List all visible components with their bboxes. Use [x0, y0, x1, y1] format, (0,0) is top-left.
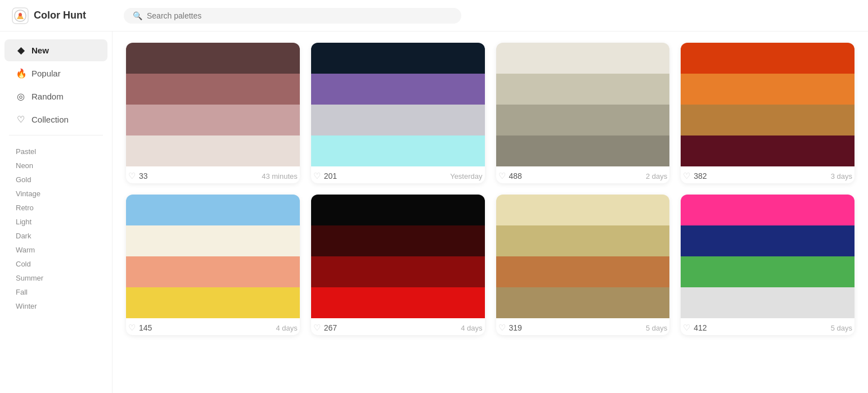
color-strip: [311, 287, 485, 318]
color-strip: [126, 195, 300, 225]
tag-retro[interactable]: Retro: [0, 201, 112, 215]
search-input[interactable]: [147, 11, 452, 20]
collection-icon: ♡: [16, 114, 26, 125]
color-strip: [496, 225, 670, 256]
search-icon: 🔍: [133, 11, 142, 20]
color-strip: [496, 287, 670, 318]
color-strip: [496, 195, 670, 225]
sidebar-item-label: Random: [32, 92, 64, 101]
sidebar-item-label: Popular: [32, 69, 61, 78]
like-count: 33: [139, 171, 148, 180]
palette-footer: ♡ 267 4 days: [311, 318, 485, 335]
logo-icon: [11, 7, 29, 25]
color-strip: [311, 256, 485, 287]
heart-icon[interactable]: ♡: [313, 323, 321, 333]
color-strip: [126, 225, 300, 256]
palette-card[interactable]: ♡ 33 43 minutes: [126, 43, 300, 183]
palette-card[interactable]: ♡ 488 2 days: [496, 43, 670, 183]
palette-grid: ♡ 33 43 minutes ♡ 201 Yesterday ♡ 488 2 …: [113, 31, 868, 393]
tag-warm[interactable]: Warm: [0, 243, 112, 257]
search-bar[interactable]: 🔍: [124, 8, 461, 24]
color-strip: [126, 135, 300, 166]
tag-gold[interactable]: Gold: [0, 173, 112, 187]
sidebar-item-random[interactable]: ◎ Random: [5, 85, 107, 107]
logo: Color Hunt: [11, 7, 124, 25]
heart-icon[interactable]: ♡: [498, 323, 506, 333]
palette-likes: ♡ 267: [313, 323, 337, 333]
palette-time: 5 days: [831, 324, 852, 332]
color-strip: [496, 43, 670, 74]
color-strip: [126, 256, 300, 287]
heart-icon[interactable]: ♡: [683, 171, 690, 181]
color-strip: [496, 256, 670, 287]
palette-card[interactable]: ♡ 382 3 days: [681, 43, 854, 183]
heart-icon[interactable]: ♡: [498, 171, 506, 181]
tags-section: PastelNeonGoldVintageRetroLightDarkWarmC…: [0, 140, 112, 318]
palette-card[interactable]: ♡ 412 5 days: [681, 195, 854, 335]
palette-likes: ♡ 412: [683, 323, 707, 333]
palette-time: 4 days: [461, 324, 482, 332]
sidebar-item-label: Collection: [32, 115, 69, 124]
tag-cold[interactable]: Cold: [0, 257, 112, 271]
color-strip: [311, 74, 485, 105]
heart-icon[interactable]: ♡: [128, 171, 136, 181]
palette-time: 43 minutes: [262, 172, 298, 180]
color-strip: [681, 195, 854, 225]
tag-neon[interactable]: Neon: [0, 159, 112, 173]
main-content: ◆ New 🔥 Popular ◎ Random ♡ Collection Pa…: [0, 31, 868, 393]
color-strip: [311, 105, 485, 135]
tag-winter[interactable]: Winter: [0, 299, 112, 313]
sidebar: ◆ New 🔥 Popular ◎ Random ♡ Collection Pa…: [0, 31, 113, 393]
sidebar-divider: [9, 135, 103, 135]
like-count: 145: [139, 323, 152, 332]
tag-fall[interactable]: Fall: [0, 285, 112, 299]
logo-text: Color Hunt: [34, 10, 86, 21]
palette-time: 3 days: [831, 172, 852, 180]
sidebar-item-collection[interactable]: ♡ Collection: [5, 109, 107, 130]
color-strip: [311, 195, 485, 225]
like-count: 382: [694, 171, 707, 180]
svg-point-1: [19, 13, 22, 16]
like-count: 201: [324, 171, 337, 180]
palette-likes: ♡ 382: [683, 171, 707, 181]
palette-footer: ♡ 201 Yesterday: [311, 166, 485, 183]
heart-icon[interactable]: ♡: [313, 171, 321, 181]
heart-icon[interactable]: ♡: [683, 323, 690, 333]
sidebar-item-popular[interactable]: 🔥 Popular: [5, 62, 107, 84]
palette-time: 4 days: [276, 324, 297, 332]
color-strip: [681, 135, 854, 166]
palette-card[interactable]: ♡ 267 4 days: [311, 195, 485, 335]
color-strip: [496, 74, 670, 105]
color-strip: [681, 43, 854, 74]
popular-icon: 🔥: [16, 68, 26, 79]
tag-summer[interactable]: Summer: [0, 271, 112, 285]
header: Color Hunt 🔍: [0, 0, 868, 31]
like-count: 267: [324, 323, 337, 332]
palette-likes: ♡ 488: [498, 171, 522, 181]
color-strip: [681, 105, 854, 135]
like-count: 412: [694, 323, 707, 332]
like-count: 319: [509, 323, 522, 332]
palette-card[interactable]: ♡ 319 5 days: [496, 195, 670, 335]
sidebar-item-new[interactable]: ◆ New: [5, 39, 107, 61]
heart-icon[interactable]: ♡: [128, 323, 136, 333]
palette-footer: ♡ 412 5 days: [681, 318, 854, 335]
color-strip: [311, 43, 485, 74]
palette-time: 2 days: [646, 172, 667, 180]
color-strip: [126, 287, 300, 318]
palette-card[interactable]: ♡ 201 Yesterday: [311, 43, 485, 183]
tag-dark[interactable]: Dark: [0, 229, 112, 243]
random-icon: ◎: [16, 91, 26, 102]
color-strip: [681, 287, 854, 318]
palette-likes: ♡ 145: [128, 323, 152, 333]
palette-time: Yesterday: [450, 172, 482, 180]
palette-card[interactable]: ♡ 145 4 days: [126, 195, 300, 335]
color-strip: [126, 74, 300, 105]
color-strip: [496, 105, 670, 135]
color-strip: [681, 225, 854, 256]
color-strip: [311, 225, 485, 256]
tag-pastel[interactable]: Pastel: [0, 144, 112, 159]
tag-vintage[interactable]: Vintage: [0, 187, 112, 201]
tag-light[interactable]: Light: [0, 215, 112, 229]
palette-footer: ♡ 382 3 days: [681, 166, 854, 183]
